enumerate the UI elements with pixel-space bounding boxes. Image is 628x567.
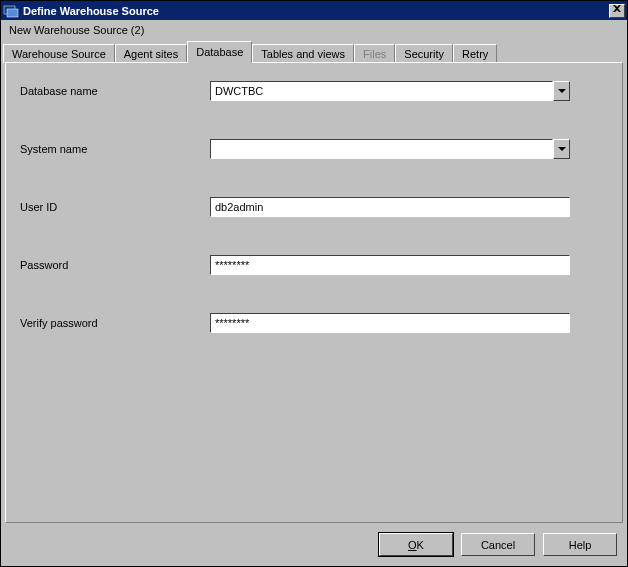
subtitle: New Warehouse Source (2) <box>1 20 627 38</box>
window-title: Define Warehouse Source <box>23 5 609 17</box>
row-password: Password <box>20 255 608 275</box>
app-window: Define Warehouse Source New Warehouse So… <box>0 0 628 567</box>
user-id-input[interactable] <box>210 197 570 217</box>
tab-panel-database: Database name System name User ID Passwo… <box>5 62 623 523</box>
system-name-dropdown[interactable] <box>553 139 570 159</box>
tab-retry[interactable]: Retry <box>453 44 497 63</box>
tab-warehouse-source[interactable]: Warehouse Source <box>3 44 115 63</box>
tabstrip: Warehouse Source Agent sites Database Ta… <box>1 40 627 62</box>
password-input[interactable] <box>210 255 570 275</box>
tab-database[interactable]: Database <box>187 41 252 63</box>
app-icon <box>3 3 19 19</box>
svg-rect-1 <box>7 9 18 17</box>
cancel-button[interactable]: Cancel <box>461 533 535 556</box>
help-button[interactable]: Help <box>543 533 617 556</box>
ok-button[interactable]: OK <box>379 533 453 556</box>
row-database-name: Database name <box>20 81 608 101</box>
tab-files: Files <box>354 44 395 63</box>
close-button[interactable] <box>609 4 625 18</box>
database-name-dropdown[interactable] <box>553 81 570 101</box>
chevron-down-icon <box>558 89 566 93</box>
button-bar: OK Cancel Help <box>1 527 627 566</box>
chevron-down-icon <box>558 147 566 151</box>
label-system-name: System name <box>20 143 210 155</box>
row-user-id: User ID <box>20 197 608 217</box>
label-verify-password: Verify password <box>20 317 210 329</box>
tab-security[interactable]: Security <box>395 44 453 63</box>
row-verify-password: Verify password <box>20 313 608 333</box>
label-database-name: Database name <box>20 85 210 97</box>
row-system-name: System name <box>20 139 608 159</box>
label-user-id: User ID <box>20 201 210 213</box>
system-name-input[interactable] <box>210 139 553 159</box>
verify-password-input[interactable] <box>210 313 570 333</box>
tab-agent-sites[interactable]: Agent sites <box>115 44 187 63</box>
label-password: Password <box>20 259 210 271</box>
titlebar: Define Warehouse Source <box>1 1 627 20</box>
database-name-input[interactable] <box>210 81 553 101</box>
tab-tables-views[interactable]: Tables and views <box>252 44 354 63</box>
